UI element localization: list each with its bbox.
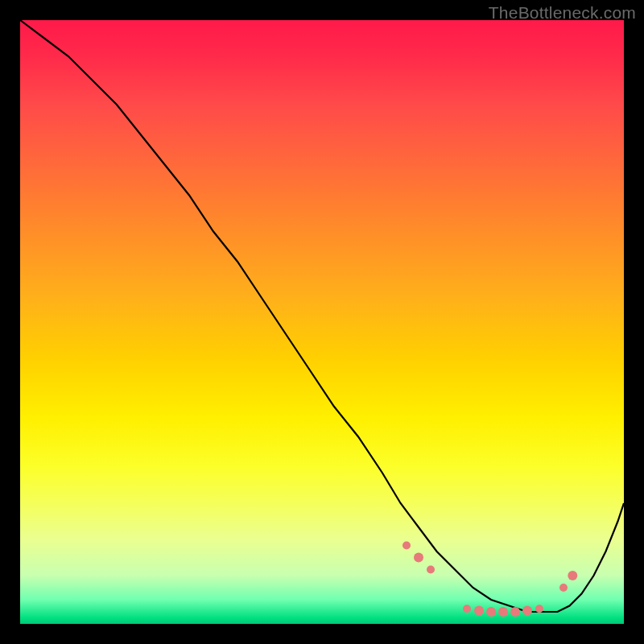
bottleneck-curve: [20, 20, 624, 612]
marker-point: [498, 607, 508, 617]
marker-point: [474, 606, 484, 616]
marker-point: [402, 542, 411, 550]
plot-area: [20, 20, 624, 624]
chart-svg: [20, 20, 624, 624]
marker-point: [427, 566, 435, 574]
marker-point: [522, 606, 532, 616]
marker-point: [486, 607, 496, 617]
marker-point: [510, 607, 520, 617]
marker-point: [414, 553, 423, 563]
marker-point: [559, 584, 568, 592]
marker-point: [535, 605, 543, 613]
watermark-label: TheBottleneck.com: [489, 3, 636, 23]
highlight-markers: [402, 542, 577, 617]
marker-point: [568, 571, 577, 580]
chart-frame: TheBottleneck.com: [0, 0, 644, 644]
marker-point: [463, 605, 471, 613]
